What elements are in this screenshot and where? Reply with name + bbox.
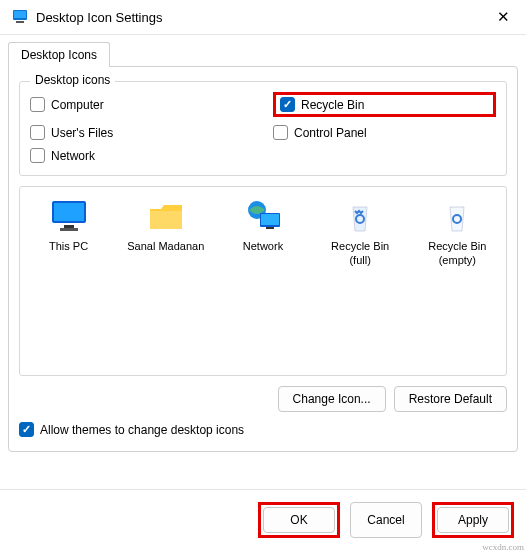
apply-button[interactable]: Apply — [437, 507, 509, 533]
checkbox-icon[interactable] — [30, 148, 45, 163]
checkbox-icon[interactable] — [30, 97, 45, 112]
icon-label: Recycle Bin (full) — [319, 239, 401, 268]
svg-rect-5 — [64, 225, 74, 228]
change-icon-button[interactable]: Change Icon... — [278, 386, 386, 412]
icon-recycle-full[interactable]: Recycle Bin (full) — [319, 199, 401, 268]
icon-recycle-empty[interactable]: Recycle Bin (empty) — [416, 199, 498, 268]
check-control-panel[interactable]: Control Panel — [273, 125, 496, 140]
svg-rect-2 — [16, 21, 24, 23]
svg-rect-1 — [14, 11, 26, 18]
cancel-button[interactable]: Cancel — [350, 502, 422, 538]
highlight-apply: Apply — [432, 502, 514, 538]
icon-preview-box: This PC Sanal Madanan — [19, 186, 507, 376]
svg-rect-9 — [261, 214, 279, 225]
check-label: User's Files — [51, 126, 113, 140]
check-users-files[interactable]: User's Files — [30, 125, 253, 140]
recycle-bin-full-icon — [341, 199, 379, 233]
app-icon — [12, 9, 28, 25]
icon-label: Sanal Madanan — [125, 239, 207, 253]
close-icon[interactable]: ✕ — [493, 8, 514, 26]
check-label: Recycle Bin — [301, 98, 364, 112]
group-legend: Desktop icons — [30, 73, 115, 87]
checkbox-icon[interactable] — [273, 125, 288, 140]
svg-rect-10 — [266, 227, 274, 229]
globe-monitor-icon — [244, 199, 282, 233]
check-network[interactable]: Network — [30, 148, 253, 163]
window-title: Desktop Icon Settings — [36, 10, 493, 25]
icon-user-folder[interactable]: Sanal Madanan — [125, 199, 207, 253]
restore-default-button[interactable]: Restore Default — [394, 386, 507, 412]
icon-label: Recycle Bin (empty) — [416, 239, 498, 268]
monitor-icon — [50, 199, 88, 233]
check-allow-themes[interactable]: Allow themes to change desktop icons — [19, 422, 507, 437]
tab-panel: Desktop icons Computer Recycle Bin User'… — [8, 66, 518, 452]
recycle-bin-empty-icon — [438, 199, 476, 233]
check-recycle-bin[interactable]: Recycle Bin — [280, 97, 364, 112]
check-label: Network — [51, 149, 95, 163]
folder-icon — [147, 199, 185, 233]
checkbox-icon[interactable] — [280, 97, 295, 112]
check-label: Control Panel — [294, 126, 367, 140]
dialog-button-bar: OK Cancel Apply — [0, 489, 526, 552]
svg-rect-6 — [60, 228, 78, 231]
checkbox-icon[interactable] — [30, 125, 45, 140]
icon-network[interactable]: Network — [222, 199, 304, 253]
highlight-recycle-bin: Recycle Bin — [273, 92, 496, 117]
checkbox-icon[interactable] — [19, 422, 34, 437]
icon-label: Network — [222, 239, 304, 253]
watermark-text: wcxdn.com — [482, 542, 524, 552]
icon-this-pc[interactable]: This PC — [28, 199, 110, 253]
highlight-ok: OK — [258, 502, 340, 538]
tab-desktop-icons[interactable]: Desktop Icons — [8, 42, 110, 67]
check-label: Allow themes to change desktop icons — [40, 423, 244, 437]
ok-button[interactable]: OK — [263, 507, 335, 533]
desktop-icons-group: Desktop icons Computer Recycle Bin User'… — [19, 81, 507, 176]
check-computer[interactable]: Computer — [30, 92, 253, 117]
icon-label: This PC — [28, 239, 110, 253]
check-label: Computer — [51, 98, 104, 112]
svg-rect-4 — [54, 203, 84, 221]
